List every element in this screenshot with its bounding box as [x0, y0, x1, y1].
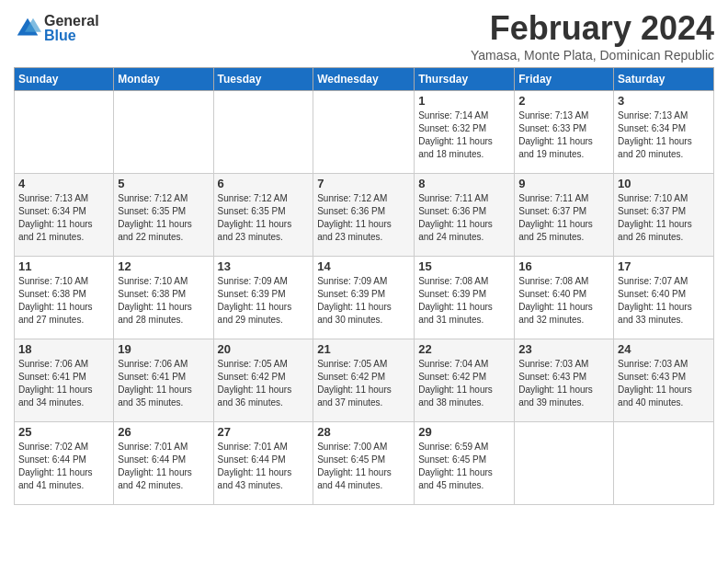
day-info: Sunrise: 7:01 AM Sunset: 6:44 PM Dayligh… — [118, 441, 209, 492]
calendar-cell: 18Sunrise: 7:06 AM Sunset: 6:41 PM Dayli… — [15, 339, 114, 422]
logo-text: General Blue — [44, 14, 99, 43]
day-info: Sunrise: 7:10 AM Sunset: 6:38 PM Dayligh… — [118, 275, 209, 327]
day-info: Sunrise: 7:09 AM Sunset: 6:39 PM Dayligh… — [218, 275, 310, 327]
day-number: 8 — [418, 177, 510, 190]
day-number: 19 — [118, 342, 209, 356]
calendar-header-friday: Friday — [515, 68, 614, 91]
day-info: Sunrise: 7:12 AM Sunset: 6:36 PM Dayligh… — [317, 192, 410, 244]
calendar-cell: 10Sunrise: 7:10 AM Sunset: 6:37 PM Dayli… — [614, 174, 714, 257]
day-number: 10 — [618, 177, 710, 190]
calendar-cell — [515, 422, 614, 505]
calendar-cell — [614, 422, 714, 505]
calendar-week-3: 11Sunrise: 7:10 AM Sunset: 6:38 PM Dayli… — [15, 257, 714, 339]
calendar-week-2: 4Sunrise: 7:13 AM Sunset: 6:34 PM Daylig… — [15, 174, 714, 257]
day-number: 14 — [317, 259, 410, 273]
calendar-cell: 13Sunrise: 7:09 AM Sunset: 6:39 PM Dayli… — [213, 257, 313, 339]
logo: General Blue — [14, 14, 99, 43]
calendar-cell: 21Sunrise: 7:05 AM Sunset: 6:42 PM Dayli… — [313, 339, 415, 422]
day-info: Sunrise: 7:08 AM Sunset: 6:39 PM Dayligh… — [418, 275, 510, 327]
day-info: Sunrise: 7:02 AM Sunset: 6:44 PM Dayligh… — [18, 441, 109, 492]
calendar-body: 1Sunrise: 7:14 AM Sunset: 6:32 PM Daylig… — [15, 91, 714, 505]
calendar-cell — [15, 91, 114, 174]
calendar-header-saturday: Saturday — [614, 68, 714, 91]
day-info: Sunrise: 7:00 AM Sunset: 6:45 PM Dayligh… — [317, 441, 410, 492]
day-number: 29 — [418, 425, 510, 439]
calendar-cell: 25Sunrise: 7:02 AM Sunset: 6:44 PM Dayli… — [15, 422, 114, 505]
calendar-cell: 29Sunrise: 6:59 AM Sunset: 6:45 PM Dayli… — [415, 422, 515, 505]
day-info: Sunrise: 7:03 AM Sunset: 6:43 PM Dayligh… — [518, 358, 609, 409]
day-number: 26 — [118, 425, 209, 439]
calendar-cell: 1Sunrise: 7:14 AM Sunset: 6:32 PM Daylig… — [415, 91, 515, 174]
calendar-week-5: 25Sunrise: 7:02 AM Sunset: 6:44 PM Dayli… — [15, 422, 714, 505]
day-number: 17 — [618, 259, 710, 273]
calendar-cell — [114, 91, 213, 174]
day-number: 3 — [618, 94, 710, 108]
calendar-cell: 2Sunrise: 7:13 AM Sunset: 6:33 PM Daylig… — [515, 91, 614, 174]
day-number: 2 — [518, 94, 609, 108]
day-info: Sunrise: 7:11 AM Sunset: 6:36 PM Dayligh… — [418, 192, 510, 244]
calendar-cell: 19Sunrise: 7:06 AM Sunset: 6:41 PM Dayli… — [114, 339, 213, 422]
day-info: Sunrise: 7:13 AM Sunset: 6:34 PM Dayligh… — [618, 109, 710, 161]
calendar-cell: 20Sunrise: 7:05 AM Sunset: 6:42 PM Dayli… — [213, 339, 313, 422]
calendar-cell: 23Sunrise: 7:03 AM Sunset: 6:43 PM Dayli… — [515, 339, 614, 422]
day-info: Sunrise: 7:05 AM Sunset: 6:42 PM Dayligh… — [317, 358, 410, 409]
calendar-cell: 16Sunrise: 7:08 AM Sunset: 6:40 PM Dayli… — [515, 257, 614, 339]
day-info: Sunrise: 7:10 AM Sunset: 6:37 PM Dayligh… — [618, 192, 710, 244]
day-info: Sunrise: 7:06 AM Sunset: 6:41 PM Dayligh… — [118, 358, 209, 409]
calendar-week-1: 1Sunrise: 7:14 AM Sunset: 6:32 PM Daylig… — [15, 91, 714, 174]
day-info: Sunrise: 7:09 AM Sunset: 6:39 PM Dayligh… — [317, 275, 410, 327]
logo-general: General — [44, 14, 99, 29]
day-info: Sunrise: 7:07 AM Sunset: 6:40 PM Dayligh… — [618, 275, 710, 327]
calendar-cell: 8Sunrise: 7:11 AM Sunset: 6:36 PM Daylig… — [415, 174, 515, 257]
day-number: 5 — [118, 177, 209, 190]
day-info: Sunrise: 7:13 AM Sunset: 6:33 PM Dayligh… — [518, 109, 609, 161]
day-number: 21 — [317, 342, 410, 356]
day-number: 13 — [218, 259, 310, 273]
calendar-header-row: SundayMondayTuesdayWednesdayThursdayFrid… — [15, 68, 714, 91]
calendar-header-monday: Monday — [114, 68, 213, 91]
day-number: 18 — [18, 342, 109, 356]
location: Yamasa, Monte Plata, Dominican Republic — [471, 48, 714, 63]
calendar-cell: 7Sunrise: 7:12 AM Sunset: 6:36 PM Daylig… — [313, 174, 415, 257]
calendar-cell: 4Sunrise: 7:13 AM Sunset: 6:34 PM Daylig… — [15, 174, 114, 257]
logo-blue: Blue — [44, 29, 99, 43]
day-info: Sunrise: 6:59 AM Sunset: 6:45 PM Dayligh… — [418, 441, 510, 492]
calendar-cell: 26Sunrise: 7:01 AM Sunset: 6:44 PM Dayli… — [114, 422, 213, 505]
day-info: Sunrise: 7:11 AM Sunset: 6:37 PM Dayligh… — [518, 192, 609, 244]
day-number: 6 — [218, 177, 310, 190]
day-info: Sunrise: 7:05 AM Sunset: 6:42 PM Dayligh… — [218, 358, 310, 409]
day-number: 1 — [418, 94, 510, 108]
calendar-cell: 22Sunrise: 7:04 AM Sunset: 6:42 PM Dayli… — [415, 339, 515, 422]
day-number: 15 — [418, 259, 510, 273]
month-title: February 2024 — [471, 9, 714, 48]
day-number: 20 — [218, 342, 310, 356]
day-number: 24 — [618, 342, 710, 356]
day-number: 4 — [18, 177, 109, 190]
calendar-cell: 11Sunrise: 7:10 AM Sunset: 6:38 PM Dayli… — [15, 257, 114, 339]
calendar-cell: 9Sunrise: 7:11 AM Sunset: 6:37 PM Daylig… — [515, 174, 614, 257]
calendar-cell: 14Sunrise: 7:09 AM Sunset: 6:39 PM Dayli… — [313, 257, 415, 339]
day-number: 16 — [518, 259, 609, 273]
day-info: Sunrise: 7:12 AM Sunset: 6:35 PM Dayligh… — [218, 192, 310, 244]
calendar-cell — [213, 91, 313, 174]
calendar-cell: 24Sunrise: 7:03 AM Sunset: 6:43 PM Dayli… — [614, 339, 714, 422]
calendar-header-thursday: Thursday — [415, 68, 515, 91]
day-number: 25 — [18, 425, 109, 439]
calendar-cell: 28Sunrise: 7:00 AM Sunset: 6:45 PM Dayli… — [313, 422, 415, 505]
day-info: Sunrise: 7:01 AM Sunset: 6:44 PM Dayligh… — [218, 441, 310, 492]
day-info: Sunrise: 7:12 AM Sunset: 6:35 PM Dayligh… — [118, 192, 209, 244]
day-info: Sunrise: 7:06 AM Sunset: 6:41 PM Dayligh… — [18, 358, 109, 409]
day-number: 11 — [18, 259, 109, 273]
calendar-cell: 15Sunrise: 7:08 AM Sunset: 6:39 PM Dayli… — [415, 257, 515, 339]
day-number: 12 — [118, 259, 209, 273]
calendar-header-wednesday: Wednesday — [313, 68, 415, 91]
calendar-cell — [313, 91, 415, 174]
calendar-header-sunday: Sunday — [15, 68, 114, 91]
day-number: 28 — [317, 425, 410, 439]
day-info: Sunrise: 7:03 AM Sunset: 6:43 PM Dayligh… — [618, 358, 710, 409]
day-info: Sunrise: 7:04 AM Sunset: 6:42 PM Dayligh… — [418, 358, 510, 409]
calendar-cell: 12Sunrise: 7:10 AM Sunset: 6:38 PM Dayli… — [114, 257, 213, 339]
day-info: Sunrise: 7:10 AM Sunset: 6:38 PM Dayligh… — [18, 275, 109, 327]
day-info: Sunrise: 7:08 AM Sunset: 6:40 PM Dayligh… — [518, 275, 609, 327]
calendar-cell: 3Sunrise: 7:13 AM Sunset: 6:34 PM Daylig… — [614, 91, 714, 174]
